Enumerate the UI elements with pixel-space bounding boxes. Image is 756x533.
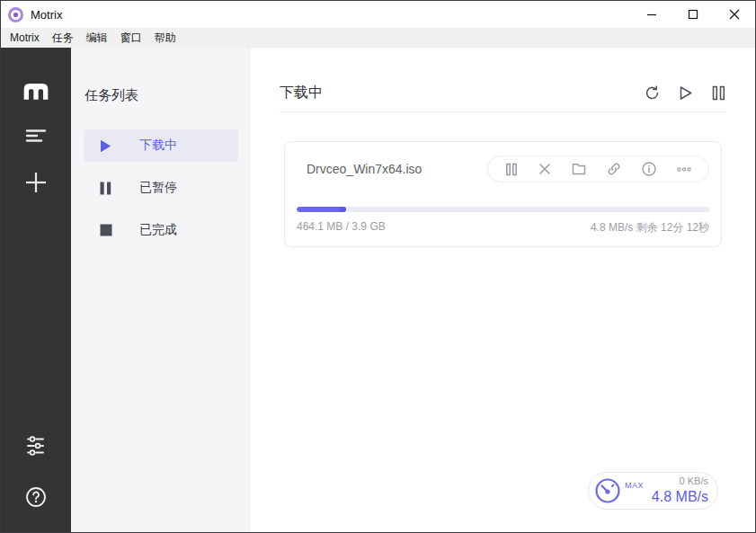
task-sidebar: 任务列表 下载中 已暂停 已完成 [71, 48, 251, 532]
app-logo-icon [8, 7, 23, 22]
help-icon[interactable] [1, 486, 71, 508]
play-icon [100, 139, 112, 153]
minimize-icon [646, 9, 657, 20]
main-header: 下载中 [280, 82, 725, 112]
sidebar-item-paused[interactable]: 已暂停 [84, 172, 238, 204]
task-copy-link-button[interactable] [607, 162, 621, 176]
maximize-icon [688, 9, 698, 20]
task-pause-button[interactable] [505, 163, 518, 176]
page-title: 下载中 [280, 84, 323, 102]
pause-all-button[interactable] [712, 85, 725, 101]
task-progress-bar [297, 207, 709, 212]
task-action-toolbar [487, 155, 709, 182]
info-icon [642, 162, 656, 176]
download-task-card[interactable]: Drvceo_Win7x64.iso [284, 141, 722, 247]
window-title: Motrix [31, 8, 62, 22]
sidebar-item-finished[interactable]: 已完成 [84, 214, 238, 246]
download-speed-value: 4.8 MB/s [644, 488, 708, 506]
more-icon [677, 167, 691, 172]
pause-icon [100, 182, 112, 195]
delete-icon [538, 163, 551, 175]
pause-icon [505, 163, 518, 176]
link-icon [607, 162, 621, 176]
close-icon [729, 9, 740, 20]
menu-motrix[interactable]: Motrix [4, 28, 46, 48]
sidebar-item-label: 下载中 [139, 138, 177, 154]
task-size-text: 464.1 MB / 3.9 GB [297, 220, 386, 235]
refresh-button[interactable] [645, 85, 660, 101]
sidebar-item-label: 已暂停 [139, 180, 177, 196]
task-sidebar-title: 任务列表 [84, 87, 238, 104]
pause-all-icon [712, 85, 725, 101]
menubar: Motrix 任务 编辑 窗口 帮助 [1, 28, 755, 48]
speedometer-icon [593, 477, 621, 505]
left-rail [1, 48, 71, 532]
menu-edit[interactable]: 编辑 [80, 28, 114, 48]
folder-icon [572, 163, 586, 175]
motrix-window: Motrix Motrix 任务 编辑 窗口 帮助 [0, 0, 756, 533]
upload-speed-value: 0 KB/s [644, 475, 708, 488]
global-speed-widget[interactable]: MAX 0 KB/s 4.8 MB/s [588, 472, 718, 510]
minimize-button[interactable] [631, 1, 672, 28]
motrix-logo-icon [1, 82, 71, 100]
task-delete-button[interactable] [538, 163, 551, 175]
stop-icon [100, 224, 112, 236]
add-task-icon[interactable] [1, 171, 71, 194]
menu-window[interactable]: 窗口 [114, 28, 148, 48]
resume-all-button[interactable] [679, 85, 693, 101]
sidebar-item-downloading[interactable]: 下载中 [84, 129, 238, 162]
max-speed-label: MAX [625, 481, 644, 490]
settings-icon[interactable] [1, 435, 71, 457]
menu-help[interactable]: 帮助 [148, 28, 182, 48]
resume-all-icon [679, 85, 693, 101]
maximize-button[interactable] [672, 1, 714, 28]
menu-task[interactable]: 任务 [46, 28, 80, 48]
task-info-button[interactable] [642, 162, 656, 176]
close-button[interactable] [714, 1, 755, 28]
task-open-folder-button[interactable] [572, 163, 586, 175]
progress-fill [297, 207, 346, 212]
task-more-button[interactable] [677, 167, 691, 172]
refresh-icon [645, 85, 660, 101]
titlebar: Motrix [1, 1, 755, 28]
sidebar-item-label: 已完成 [139, 222, 177, 238]
main-panel: 下载中 [251, 48, 755, 532]
task-filename: Drvceo_Win7x64.iso [307, 162, 422, 176]
task-speed-eta-text: 4.8 MB/s 剩余 12分 12秒 [591, 220, 709, 235]
task-list-icon[interactable] [1, 129, 71, 143]
